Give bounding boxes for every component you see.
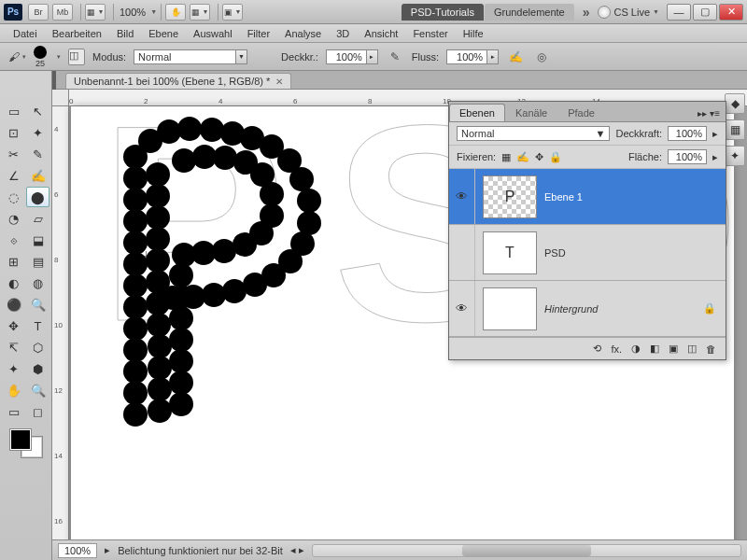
menu-datei[interactable]: Datei: [6, 28, 45, 39]
panel-action-3[interactable]: ◧: [650, 343, 659, 355]
tool-11[interactable]: ▱: [26, 208, 49, 229]
lock-pixels-icon[interactable]: ✍: [516, 151, 529, 163]
ruler-origin[interactable]: [52, 90, 69, 106]
opacity-input[interactable]: 100%: [326, 49, 367, 64]
menu-bild[interactable]: Bild: [109, 28, 141, 39]
menu-ansicht[interactable]: Ansicht: [357, 28, 405, 39]
layer-thumbnail[interactable]: [483, 287, 537, 330]
close-button[interactable]: ✕: [719, 4, 743, 21]
tab-channels[interactable]: Kanäle: [505, 104, 557, 121]
tool-6[interactable]: ∠: [2, 165, 25, 186]
menu-filter[interactable]: Filter: [240, 28, 277, 39]
document-tab[interactable]: Unbenannt-1 bei 100% (Ebene 1, RGB/8) *✕: [65, 73, 291, 89]
tool-3[interactable]: ✦: [26, 122, 49, 143]
minibridge-button[interactable]: Mb: [52, 4, 73, 21]
menu-ebene[interactable]: Ebene: [141, 28, 186, 39]
tool-23[interactable]: ⬡: [26, 337, 49, 357]
tool-0[interactable]: ▭: [2, 101, 25, 121]
layer-name-label[interactable]: Hintergrund: [544, 303, 703, 315]
tool-18[interactable]: ⚫: [2, 294, 25, 315]
ruler-vertical[interactable]: 46810121416: [52, 106, 69, 539]
tab-paths[interactable]: Pfade: [557, 104, 605, 121]
panel-action-4[interactable]: ▣: [669, 343, 678, 355]
workspace-tab-psd-tutorials[interactable]: PSD-Tutorials: [402, 4, 484, 21]
tool-12[interactable]: ⟐: [2, 230, 25, 250]
dock-swatches-icon[interactable]: ▦: [725, 119, 745, 140]
screen-mode-menu[interactable]: ▣▼: [222, 4, 243, 21]
layer-blend-mode-select[interactable]: Normal▼: [457, 126, 610, 141]
tool-4[interactable]: ✂: [2, 144, 25, 164]
layer-visibility-icon[interactable]: [449, 225, 475, 280]
layer-row[interactable]: TPSD: [449, 225, 726, 281]
tablet-pressure-icon[interactable]: ◎: [532, 49, 551, 65]
layer-visibility-icon[interactable]: 👁: [449, 169, 475, 224]
menu-auswahl[interactable]: Auswahl: [186, 28, 240, 39]
airbrush-icon[interactable]: ✍: [506, 49, 525, 65]
panel-action-6[interactable]: 🗑: [706, 343, 716, 355]
menu-bearbeiten[interactable]: Bearbeiten: [45, 28, 109, 39]
panel-action-2[interactable]: ◑: [631, 343, 641, 355]
layer-fill-input[interactable]: 100%: [668, 149, 707, 164]
tool-17[interactable]: ◍: [26, 273, 49, 293]
dock-color-icon[interactable]: ◆: [725, 93, 745, 114]
layer-row[interactable]: 👁Hintergrund🔒: [449, 281, 726, 337]
tab-layers[interactable]: Ebenen: [449, 104, 505, 121]
menu-hilfe[interactable]: Hilfe: [456, 28, 491, 39]
tool-7[interactable]: ✍: [26, 165, 49, 186]
blend-mode-select[interactable]: Normal: [134, 49, 236, 64]
flow-input[interactable]: 100%: [446, 49, 487, 64]
tool-5[interactable]: ✎: [26, 144, 49, 164]
close-document-icon[interactable]: ✕: [275, 77, 283, 87]
panel-action-1[interactable]: fx.: [611, 343, 622, 355]
brush-panel-toggle[interactable]: ◫: [68, 49, 85, 65]
more-workspaces-button[interactable]: »: [583, 5, 590, 20]
layer-visibility-icon[interactable]: 👁: [449, 281, 475, 336]
minimize-button[interactable]: ―: [667, 4, 691, 21]
tool-2[interactable]: ⊡: [2, 122, 25, 143]
layer-opacity-input[interactable]: 100%: [668, 126, 707, 141]
horizontal-scrollbar[interactable]: [312, 544, 741, 557]
tool-28[interactable]: ▭: [2, 401, 25, 422]
zoom-select[interactable]: 100%▼: [118, 7, 157, 18]
tool-13[interactable]: ⬓: [26, 230, 49, 250]
workspace-tab-grundelemente[interactable]: Grundelemente: [485, 4, 574, 21]
status-zoom-input[interactable]: 100%: [58, 543, 97, 558]
lock-all-icon[interactable]: 🔒: [549, 151, 562, 163]
cslive-button[interactable]: CS Live▼: [598, 6, 659, 19]
tool-24[interactable]: ✦: [2, 358, 25, 379]
bridge-button[interactable]: Br: [28, 4, 49, 21]
tool-1[interactable]: ↖: [26, 101, 49, 121]
panel-menu-button[interactable]: ▸▸ ▾≡: [692, 105, 726, 121]
view-extras-menu[interactable]: ▦▼: [85, 4, 106, 21]
arrange-menu[interactable]: ▦▼: [190, 4, 210, 21]
tool-20[interactable]: ✥: [2, 315, 25, 336]
dock-styles-icon[interactable]: ✦: [725, 146, 745, 166]
menu-3d[interactable]: 3D: [329, 28, 357, 39]
tool-29[interactable]: ◻: [26, 401, 49, 422]
menu-analyse[interactable]: Analyse: [277, 28, 329, 39]
layer-name-label[interactable]: PSD: [544, 247, 726, 259]
brush-preset-picker[interactable]: 25: [34, 46, 47, 68]
layer-thumbnail[interactable]: T: [483, 231, 537, 274]
hand-tool-button[interactable]: ✋: [165, 4, 186, 21]
tool-26[interactable]: ✋: [2, 380, 25, 400]
tool-10[interactable]: ◔: [2, 208, 25, 229]
tool-27[interactable]: 🔍: [26, 380, 49, 400]
tool-21[interactable]: T: [26, 315, 49, 336]
color-swatches[interactable]: [10, 429, 42, 457]
tool-19[interactable]: 🔍: [26, 294, 49, 315]
brush-tool-icon[interactable]: 🖌▾: [7, 49, 26, 65]
tool-14[interactable]: ⊞: [2, 251, 25, 272]
panel-action-0[interactable]: ⟲: [593, 343, 601, 355]
maximize-button[interactable]: ▢: [693, 4, 717, 21]
layer-thumbnail[interactable]: P: [483, 175, 537, 218]
menu-fenster[interactable]: Fenster: [405, 28, 455, 39]
lock-transparency-icon[interactable]: ▦: [501, 151, 511, 163]
tool-9[interactable]: ⬤: [26, 187, 49, 207]
tool-16[interactable]: ◐: [2, 273, 25, 293]
tool-25[interactable]: ⬢: [26, 358, 49, 379]
lock-position-icon[interactable]: ✥: [535, 151, 543, 163]
layer-row[interactable]: 👁PEbene 1: [449, 169, 726, 225]
tool-8[interactable]: ◌: [2, 187, 25, 207]
tool-22[interactable]: ↸: [2, 337, 25, 357]
